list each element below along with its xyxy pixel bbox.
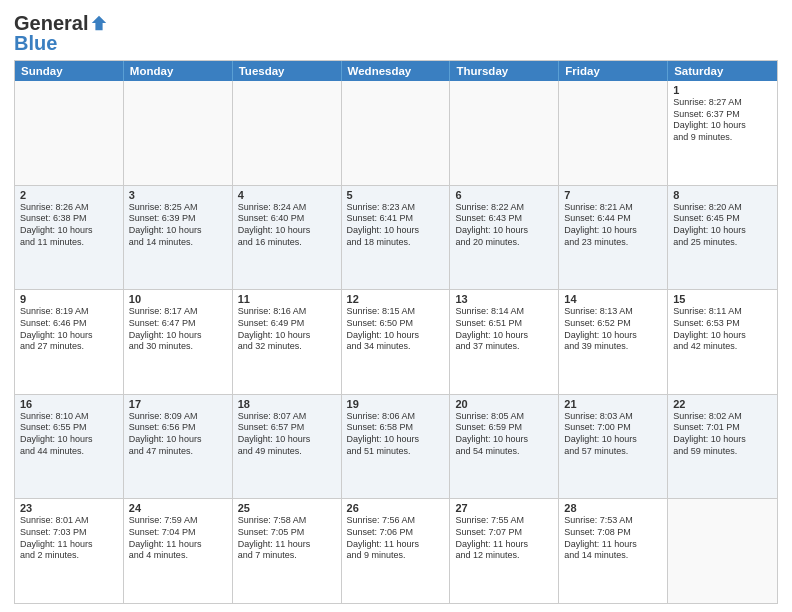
cal-cell: 19Sunrise: 8:06 AM Sunset: 6:58 PM Dayli… xyxy=(342,395,451,499)
cal-cell: 22Sunrise: 8:02 AM Sunset: 7:01 PM Dayli… xyxy=(668,395,777,499)
cal-cell: 24Sunrise: 7:59 AM Sunset: 7:04 PM Dayli… xyxy=(124,499,233,603)
cal-cell: 21Sunrise: 8:03 AM Sunset: 7:00 PM Dayli… xyxy=(559,395,668,499)
cal-cell: 16Sunrise: 8:10 AM Sunset: 6:55 PM Dayli… xyxy=(15,395,124,499)
cal-cell xyxy=(668,499,777,603)
cal-cell: 18Sunrise: 8:07 AM Sunset: 6:57 PM Dayli… xyxy=(233,395,342,499)
day-info: Sunrise: 8:27 AM Sunset: 6:37 PM Dayligh… xyxy=(673,97,772,144)
cal-cell: 7Sunrise: 8:21 AM Sunset: 6:44 PM Daylig… xyxy=(559,186,668,290)
day-info: Sunrise: 7:56 AM Sunset: 7:06 PM Dayligh… xyxy=(347,515,445,562)
day-number: 4 xyxy=(238,189,336,201)
cal-cell: 26Sunrise: 7:56 AM Sunset: 7:06 PM Dayli… xyxy=(342,499,451,603)
cal-cell: 27Sunrise: 7:55 AM Sunset: 7:07 PM Dayli… xyxy=(450,499,559,603)
cal-row-5: 23Sunrise: 8:01 AM Sunset: 7:03 PM Dayli… xyxy=(15,499,777,603)
day-number: 6 xyxy=(455,189,553,201)
cal-cell: 25Sunrise: 7:58 AM Sunset: 7:05 PM Dayli… xyxy=(233,499,342,603)
day-info: Sunrise: 8:16 AM Sunset: 6:49 PM Dayligh… xyxy=(238,306,336,353)
header-day-thursday: Thursday xyxy=(450,61,559,81)
cal-cell xyxy=(450,81,559,185)
day-info: Sunrise: 8:25 AM Sunset: 6:39 PM Dayligh… xyxy=(129,202,227,249)
day-number: 15 xyxy=(673,293,772,305)
day-info: Sunrise: 8:07 AM Sunset: 6:57 PM Dayligh… xyxy=(238,411,336,458)
day-number: 28 xyxy=(564,502,662,514)
day-info: Sunrise: 8:26 AM Sunset: 6:38 PM Dayligh… xyxy=(20,202,118,249)
logo-icon xyxy=(90,14,108,32)
cal-cell: 17Sunrise: 8:09 AM Sunset: 6:56 PM Dayli… xyxy=(124,395,233,499)
calendar-body: 1Sunrise: 8:27 AM Sunset: 6:37 PM Daylig… xyxy=(15,81,777,603)
day-info: Sunrise: 8:11 AM Sunset: 6:53 PM Dayligh… xyxy=(673,306,772,353)
day-info: Sunrise: 8:03 AM Sunset: 7:00 PM Dayligh… xyxy=(564,411,662,458)
cal-cell: 10Sunrise: 8:17 AM Sunset: 6:47 PM Dayli… xyxy=(124,290,233,394)
cal-cell: 13Sunrise: 8:14 AM Sunset: 6:51 PM Dayli… xyxy=(450,290,559,394)
day-info: Sunrise: 7:53 AM Sunset: 7:08 PM Dayligh… xyxy=(564,515,662,562)
day-info: Sunrise: 7:58 AM Sunset: 7:05 PM Dayligh… xyxy=(238,515,336,562)
day-info: Sunrise: 8:01 AM Sunset: 7:03 PM Dayligh… xyxy=(20,515,118,562)
day-info: Sunrise: 8:15 AM Sunset: 6:50 PM Dayligh… xyxy=(347,306,445,353)
header: General Blue xyxy=(14,12,778,54)
cal-cell: 8Sunrise: 8:20 AM Sunset: 6:45 PM Daylig… xyxy=(668,186,777,290)
cal-cell: 2Sunrise: 8:26 AM Sunset: 6:38 PM Daylig… xyxy=(15,186,124,290)
day-info: Sunrise: 7:59 AM Sunset: 7:04 PM Dayligh… xyxy=(129,515,227,562)
day-number: 19 xyxy=(347,398,445,410)
cal-cell xyxy=(15,81,124,185)
day-info: Sunrise: 8:10 AM Sunset: 6:55 PM Dayligh… xyxy=(20,411,118,458)
cal-cell xyxy=(342,81,451,185)
cal-cell: 3Sunrise: 8:25 AM Sunset: 6:39 PM Daylig… xyxy=(124,186,233,290)
cal-cell: 28Sunrise: 7:53 AM Sunset: 7:08 PM Dayli… xyxy=(559,499,668,603)
header-day-monday: Monday xyxy=(124,61,233,81)
header-day-saturday: Saturday xyxy=(668,61,777,81)
cal-cell xyxy=(233,81,342,185)
header-day-tuesday: Tuesday xyxy=(233,61,342,81)
day-number: 9 xyxy=(20,293,118,305)
cal-cell xyxy=(559,81,668,185)
cal-row-2: 2Sunrise: 8:26 AM Sunset: 6:38 PM Daylig… xyxy=(15,186,777,291)
day-number: 21 xyxy=(564,398,662,410)
cal-cell: 12Sunrise: 8:15 AM Sunset: 6:50 PM Dayli… xyxy=(342,290,451,394)
day-info: Sunrise: 8:13 AM Sunset: 6:52 PM Dayligh… xyxy=(564,306,662,353)
day-info: Sunrise: 8:14 AM Sunset: 6:51 PM Dayligh… xyxy=(455,306,553,353)
cal-cell: 20Sunrise: 8:05 AM Sunset: 6:59 PM Dayli… xyxy=(450,395,559,499)
cal-cell: 6Sunrise: 8:22 AM Sunset: 6:43 PM Daylig… xyxy=(450,186,559,290)
day-info: Sunrise: 8:23 AM Sunset: 6:41 PM Dayligh… xyxy=(347,202,445,249)
day-number: 10 xyxy=(129,293,227,305)
header-day-sunday: Sunday xyxy=(15,61,124,81)
cal-row-3: 9Sunrise: 8:19 AM Sunset: 6:46 PM Daylig… xyxy=(15,290,777,395)
cal-cell: 1Sunrise: 8:27 AM Sunset: 6:37 PM Daylig… xyxy=(668,81,777,185)
logo-general: General xyxy=(14,12,88,34)
day-number: 2 xyxy=(20,189,118,201)
cal-cell: 9Sunrise: 8:19 AM Sunset: 6:46 PM Daylig… xyxy=(15,290,124,394)
header-day-wednesday: Wednesday xyxy=(342,61,451,81)
day-info: Sunrise: 8:20 AM Sunset: 6:45 PM Dayligh… xyxy=(673,202,772,249)
cal-cell: 4Sunrise: 8:24 AM Sunset: 6:40 PM Daylig… xyxy=(233,186,342,290)
cal-row-1: 1Sunrise: 8:27 AM Sunset: 6:37 PM Daylig… xyxy=(15,81,777,186)
day-number: 11 xyxy=(238,293,336,305)
logo-blue: Blue xyxy=(14,32,57,54)
day-number: 27 xyxy=(455,502,553,514)
page: General Blue SundayMondayTuesdayWednesda… xyxy=(0,0,792,612)
day-info: Sunrise: 8:22 AM Sunset: 6:43 PM Dayligh… xyxy=(455,202,553,249)
day-number: 26 xyxy=(347,502,445,514)
cal-cell: 5Sunrise: 8:23 AM Sunset: 6:41 PM Daylig… xyxy=(342,186,451,290)
day-number: 12 xyxy=(347,293,445,305)
day-number: 22 xyxy=(673,398,772,410)
day-number: 8 xyxy=(673,189,772,201)
day-number: 24 xyxy=(129,502,227,514)
day-info: Sunrise: 8:19 AM Sunset: 6:46 PM Dayligh… xyxy=(20,306,118,353)
day-number: 18 xyxy=(238,398,336,410)
day-info: Sunrise: 8:02 AM Sunset: 7:01 PM Dayligh… xyxy=(673,411,772,458)
day-info: Sunrise: 7:55 AM Sunset: 7:07 PM Dayligh… xyxy=(455,515,553,562)
day-info: Sunrise: 8:06 AM Sunset: 6:58 PM Dayligh… xyxy=(347,411,445,458)
cal-cell: 15Sunrise: 8:11 AM Sunset: 6:53 PM Dayli… xyxy=(668,290,777,394)
day-number: 14 xyxy=(564,293,662,305)
day-number: 7 xyxy=(564,189,662,201)
day-info: Sunrise: 8:09 AM Sunset: 6:56 PM Dayligh… xyxy=(129,411,227,458)
cal-cell: 14Sunrise: 8:13 AM Sunset: 6:52 PM Dayli… xyxy=(559,290,668,394)
cal-cell xyxy=(124,81,233,185)
cal-row-4: 16Sunrise: 8:10 AM Sunset: 6:55 PM Dayli… xyxy=(15,395,777,500)
day-number: 1 xyxy=(673,84,772,96)
day-number: 5 xyxy=(347,189,445,201)
logo: General Blue xyxy=(14,12,108,54)
day-number: 17 xyxy=(129,398,227,410)
day-info: Sunrise: 8:21 AM Sunset: 6:44 PM Dayligh… xyxy=(564,202,662,249)
day-info: Sunrise: 8:24 AM Sunset: 6:40 PM Dayligh… xyxy=(238,202,336,249)
day-info: Sunrise: 8:05 AM Sunset: 6:59 PM Dayligh… xyxy=(455,411,553,458)
